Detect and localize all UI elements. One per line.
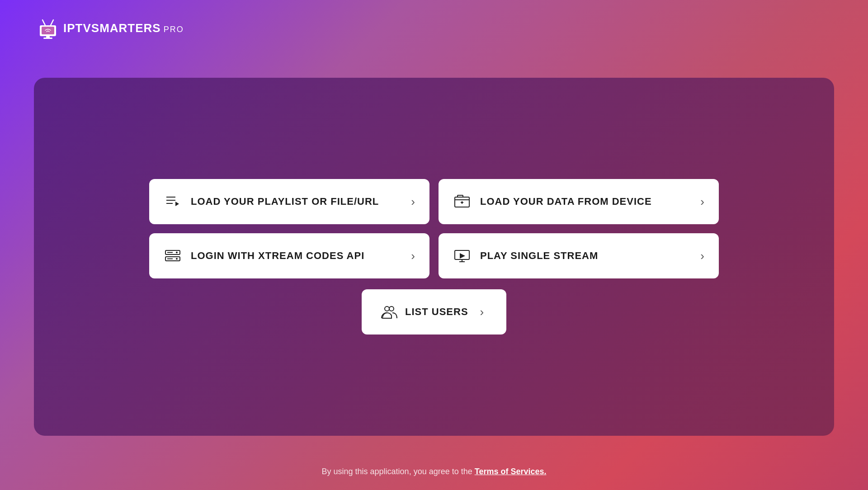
single-stream-label: PLAY SINGLE STREAM: [480, 250, 598, 262]
list-users-button[interactable]: LIST USERS ›: [362, 289, 506, 335]
load-device-chevron: ›: [700, 195, 704, 209]
list-users-wrapper: LIST USERS ›: [149, 289, 719, 335]
logo-smarters: SMARTERS: [91, 21, 161, 35]
load-playlist-button[interactable]: LOAD YOUR PLAYLIST OR FILE/URL ›: [149, 179, 429, 224]
svg-marker-23: [460, 253, 465, 259]
svg-rect-5: [43, 38, 52, 39]
logo-text: IPTV SMARTERS PRO: [63, 21, 184, 35]
terms-link[interactable]: Terms of Services.: [475, 467, 547, 476]
load-device-label: LOAD YOUR DATA FROM DEVICE: [480, 196, 652, 207]
svg-point-15: [176, 252, 178, 254]
list-users-label: LIST USERS: [405, 306, 468, 318]
stream-icon: [453, 247, 471, 265]
playlist-icon: [164, 193, 182, 211]
logo-iptv: IPTV: [63, 21, 91, 35]
svg-line-2: [42, 20, 45, 25]
single-stream-button[interactable]: PLAY SINGLE STREAM ›: [439, 233, 719, 278]
load-playlist-label: LOAD YOUR PLAYLIST OR FILE/URL: [191, 196, 379, 207]
xtream-icon: [164, 247, 182, 265]
svg-rect-1: [42, 27, 54, 34]
load-playlist-chevron: ›: [411, 195, 415, 209]
main-card: LOAD YOUR PLAYLIST OR FILE/URL › LOAD: [34, 78, 834, 436]
svg-rect-11: [458, 195, 463, 197]
tv-logo-icon: [36, 16, 60, 40]
svg-marker-9: [175, 202, 179, 206]
svg-point-24: [385, 306, 389, 311]
xtream-login-chevron: ›: [411, 249, 415, 263]
logo-pro: PRO: [164, 25, 184, 34]
footer: By using this application, you agree to …: [0, 467, 868, 476]
logo: IPTV SMARTERS PRO: [36, 16, 184, 40]
svg-point-25: [389, 306, 394, 311]
xtream-login-label: LOGIN WITH XTREAM CODES API: [191, 250, 364, 262]
xtream-login-button[interactable]: LOGIN WITH XTREAM CODES API ›: [149, 233, 429, 278]
list-users-chevron: ›: [480, 305, 484, 319]
svg-point-16: [176, 258, 178, 260]
menu-grid: LOAD YOUR PLAYLIST OR FILE/URL › LOAD: [149, 179, 719, 278]
footer-text: By using this application, you agree to …: [322, 467, 475, 476]
users-icon: [380, 303, 398, 321]
load-device-button[interactable]: LOAD YOUR DATA FROM DEVICE ›: [439, 179, 719, 224]
single-stream-chevron: ›: [700, 249, 704, 263]
svg-line-3: [51, 20, 53, 25]
device-icon: [453, 193, 471, 211]
